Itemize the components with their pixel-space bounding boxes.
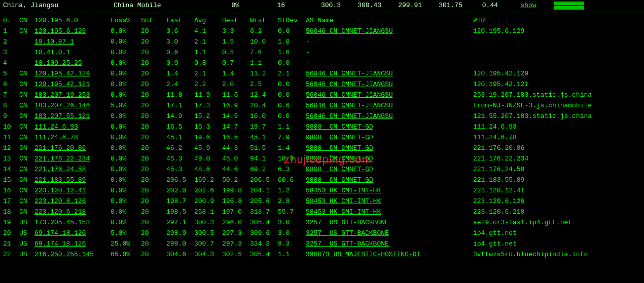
hop-index: 17 <box>0 196 19 207</box>
table-row: 7CN183.207.19.2530.0%2011.811.911.612.40… <box>0 90 644 100</box>
table-header: 0. CN 120.195.6.0 Loss% Snt Last Avg Bes… <box>0 15 644 26</box>
avg-ms: 4.1 <box>194 26 222 36</box>
sent: 20 <box>141 111 166 122</box>
country-code <box>19 36 34 47</box>
wrst-ms: 204.1 <box>250 185 278 196</box>
hop-index: 15 <box>0 175 19 185</box>
country-code: CN <box>19 122 34 132</box>
last-ms: 1.4 <box>166 68 194 79</box>
loss-pct: 25.0% <box>111 238 141 249</box>
last-ms: 46.2 <box>166 143 194 153</box>
country-code: CN <box>19 143 34 153</box>
country-code: CN <box>19 153 34 164</box>
sent: 20 <box>141 26 166 36</box>
wrst-ms: 69.2 <box>250 164 278 175</box>
ip-address: 69.174.18.126 <box>34 228 111 238</box>
ip-address: 111.24.6.78 <box>34 132 111 143</box>
table-row: 21US69.174.18.12625.0%20299.0300.7297.33… <box>0 238 644 249</box>
ip-address: 223.120.6.126 <box>34 196 111 207</box>
ip-address: 69.174.18.126 <box>34 238 111 249</box>
best-ms: 11.6 <box>222 90 250 100</box>
avg-ms: 300.7 <box>194 238 222 249</box>
loss-pct: 0.0% <box>111 132 141 143</box>
asn-name: 9808 CN CMNET-GD <box>306 132 473 143</box>
table-row: 18CN223.120.6.2180.0%20198.5258.1197.031… <box>0 207 644 217</box>
isp: China Mobile <box>114 0 204 11</box>
best-ms: 299.91 <box>386 0 427 11</box>
hop-index: 13 <box>0 153 19 164</box>
last-ms: 0.6 <box>166 47 194 58</box>
loss-pct: 5.0% <box>111 100 141 111</box>
hop-index: 9 <box>0 111 19 122</box>
avg-ms: 15.2 <box>194 111 222 122</box>
best-ms: 297.3 <box>222 238 250 249</box>
best-ms: 14.7 <box>222 122 250 132</box>
ip-address: 221.183.55.89 <box>34 175 111 185</box>
stdev-ms: 3.0 <box>278 217 306 228</box>
hop-index: 1 <box>0 26 19 36</box>
ip-address: 120.195.42.121 <box>34 79 111 90</box>
stdev-ms: 0.0 <box>278 58 306 68</box>
best-ms: 50.2 <box>222 175 250 185</box>
last-ms: 3.6 <box>166 26 194 36</box>
asn-name: - <box>306 58 473 68</box>
table-row: 12CN221.176.20.860.0%2046.245.944.351.51… <box>0 143 644 153</box>
stdev-ms: 0.0 <box>278 90 306 100</box>
sent: 20 <box>141 47 166 58</box>
wrst-ms: 51.5 <box>250 143 278 153</box>
avg-ms: 300.3 <box>194 217 222 228</box>
sent: 20 <box>141 36 166 47</box>
ip-address: 221.176.24.58 <box>34 164 111 175</box>
table-row: 9CN183.207.55.1210.0%2014.915.214.916.00… <box>0 111 644 122</box>
wrst-ms: 7.6 <box>250 47 278 58</box>
ip-address: 183.207.19.253 <box>34 90 111 100</box>
wrst-ms: 16.0 <box>250 111 278 122</box>
country-code: CN <box>19 68 34 79</box>
wrst-ms: 45.1 <box>250 132 278 143</box>
table-row: 410.109.25.250.0%200.90.80.71.10.0- <box>0 58 644 68</box>
show-link[interactable]: show <box>508 0 549 11</box>
hdr-best: Best <box>222 15 250 26</box>
best-ms: 302.5 <box>222 249 250 260</box>
sent: 20 <box>141 132 166 143</box>
last-ms: 198.5 <box>166 207 194 217</box>
stdev-ms: 1.6 <box>278 47 306 58</box>
table-row: 14CN221.176.24.580.0%2045.348.644.669.26… <box>0 164 644 175</box>
asn-name: 9808 CN CMNET-GD <box>306 175 473 185</box>
best-ms: 197.0 <box>222 207 250 217</box>
table-row: 11CN111.24.6.780.0%2045.119.616.545.17.9… <box>0 132 644 143</box>
sent: 20 <box>141 79 166 90</box>
best-ms: 199.8 <box>222 185 250 196</box>
country-code: US <box>19 249 34 260</box>
ptr-name: 223.120.12.41 <box>473 185 644 196</box>
ip-address: 216.250.255.145 <box>34 249 111 260</box>
ptr-name: ip4.gtt.net <box>473 228 644 238</box>
avg-ms: 17.3 <box>194 100 222 111</box>
avg-ms: 2.1 <box>194 68 222 79</box>
ip-address: 10.109.25.25 <box>34 58 111 68</box>
stdev-ms: 9.3 <box>278 238 306 249</box>
best-ms: 44.3 <box>222 143 250 153</box>
hop-index: 18 <box>0 207 19 217</box>
country-code: CN <box>19 175 34 185</box>
ptr-name <box>473 36 644 47</box>
loss-pct: 0.0% <box>111 122 141 132</box>
loss-pct: 0% <box>204 0 255 11</box>
wrst-ms: 10.0 <box>250 36 278 47</box>
table-row: 22US216.250.255.14565.0%20304.6304.3302.… <box>0 249 644 260</box>
avg-ms: 200.9 <box>194 196 222 207</box>
hop-index: 16 <box>0 185 19 196</box>
avg-ms: 300.5 <box>194 228 222 238</box>
stdev-ms: 0.6 <box>278 100 306 111</box>
country-code: CN <box>19 79 34 90</box>
sent: 20 <box>141 122 166 132</box>
hop-index: 2 <box>0 36 19 47</box>
hop-index: 4 <box>0 58 19 68</box>
last-ms: 17.1 <box>166 100 194 111</box>
hop-index: 7 <box>0 90 19 100</box>
hdr-avg: Avg <box>194 15 222 26</box>
wrst-ms: 1.1 <box>250 58 278 68</box>
wrst-ms: 309.6 <box>250 228 278 238</box>
country-code <box>19 58 34 68</box>
best-ms: 1.4 <box>222 68 250 79</box>
